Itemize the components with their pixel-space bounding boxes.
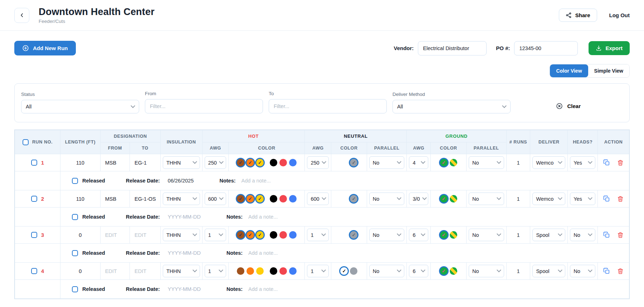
released-checkbox[interactable] — [72, 214, 78, 220]
to-cell[interactable]: EG-1 — [130, 154, 161, 171]
delete-run-button[interactable] — [617, 160, 624, 166]
from-cell[interactable]: EDIT — [100, 226, 130, 244]
neutral-awg-select[interactable]: 600 — [307, 193, 329, 205]
po-input[interactable] — [514, 41, 578, 55]
to-cell[interactable]: EDIT — [130, 263, 161, 280]
brown-color-swatch[interactable]: ✓ — [237, 231, 244, 239]
red-color-swatch[interactable] — [279, 159, 287, 166]
yellow-color-swatch[interactable]: ✓ — [256, 159, 264, 166]
vendor-input[interactable] — [418, 41, 487, 55]
from-filter-input[interactable] — [145, 99, 263, 113]
white-color-swatch[interactable] — [340, 231, 348, 239]
logout-button[interactable]: Log Out — [609, 12, 630, 18]
green-color-swatch[interactable]: ✓ — [440, 267, 448, 275]
brown-color-swatch[interactable] — [237, 267, 244, 275]
simple-view-tab[interactable]: Simple View — [588, 64, 629, 77]
orange-color-swatch[interactable] — [247, 267, 254, 275]
release-date-value[interactable]: YYYY-MM-DD — [168, 214, 201, 220]
to-filter-input[interactable] — [269, 99, 387, 113]
share-button[interactable]: Share — [559, 9, 597, 22]
ground-awg-select[interactable]: 3/0 — [409, 193, 428, 205]
green-color-swatch[interactable]: ✓ — [440, 159, 448, 166]
ground-awg-select[interactable]: 6 — [409, 229, 428, 241]
blue-color-swatch[interactable] — [289, 267, 297, 275]
release-date-value[interactable]: 06/26/2025 — [168, 178, 194, 184]
orange-color-swatch[interactable]: ✓ — [247, 231, 254, 239]
black-color-swatch[interactable] — [270, 267, 277, 275]
yellow-color-swatch[interactable]: ✓ — [256, 231, 264, 239]
status-filter-select[interactable]: All — [21, 100, 139, 113]
release-date-value[interactable]: YYYY-MM-DD — [168, 250, 201, 256]
duplicate-run-button[interactable] — [603, 232, 610, 238]
export-button[interactable]: Export — [589, 41, 630, 55]
add-new-run-button[interactable]: Add New Run — [14, 41, 76, 55]
from-cell[interactable]: EDIT — [100, 263, 130, 280]
released-checkbox[interactable] — [72, 286, 78, 292]
blue-color-swatch[interactable] — [289, 159, 297, 166]
back-button[interactable] — [14, 8, 29, 23]
blue-color-swatch[interactable] — [289, 231, 297, 239]
release-date-value[interactable]: YYYY-MM-DD — [168, 286, 201, 292]
heads-select[interactable]: Yes — [570, 156, 595, 169]
white-color-swatch[interactable]: ✓ — [340, 267, 348, 275]
black-color-swatch[interactable] — [270, 159, 277, 166]
select-all-checkbox[interactable] — [23, 139, 29, 145]
green-yellow-color-swatch[interactable] — [450, 159, 457, 166]
neutral-parallel-select[interactable]: No — [369, 229, 405, 241]
insulation-select[interactable]: THHN — [163, 156, 200, 169]
ground-parallel-select[interactable]: No — [469, 156, 504, 169]
gray-color-swatch[interactable]: ✓ — [350, 195, 357, 203]
red-color-swatch[interactable] — [279, 231, 287, 239]
insulation-select[interactable]: THHN — [163, 265, 200, 277]
color-view-tab[interactable]: Color View — [550, 64, 588, 77]
released-checkbox[interactable] — [72, 250, 78, 256]
hot-awg-select[interactable]: 1 — [205, 229, 226, 241]
from-cell[interactable]: MSB — [100, 154, 130, 171]
from-cell[interactable]: MSB — [100, 190, 130, 208]
row-checkbox[interactable] — [31, 232, 37, 238]
white-color-swatch[interactable] — [340, 195, 348, 203]
notes-input[interactable]: Add a note... — [248, 250, 278, 256]
notes-input[interactable]: Add a note... — [248, 214, 278, 220]
delete-run-button[interactable] — [617, 196, 624, 202]
ground-awg-select[interactable]: 6 — [409, 265, 428, 277]
ground-parallel-select[interactable]: No — [469, 229, 504, 241]
yellow-color-swatch[interactable] — [256, 267, 264, 275]
heads-select[interactable]: Yes — [570, 193, 595, 205]
to-cell[interactable]: EG-1-OS — [130, 190, 161, 208]
insulation-select[interactable]: THHN — [163, 193, 200, 205]
black-color-swatch[interactable] — [270, 195, 277, 203]
length-cell[interactable]: 0 — [60, 226, 101, 244]
deliver-method-filter-select[interactable]: All — [392, 100, 511, 113]
neutral-parallel-select[interactable]: No — [369, 265, 405, 277]
notes-input[interactable]: Add a note... — [248, 286, 278, 292]
hot-awg-select[interactable]: 600 — [205, 193, 226, 205]
neutral-awg-select[interactable]: 250 — [307, 156, 329, 169]
ground-parallel-select[interactable]: No — [469, 193, 504, 205]
ground-awg-select[interactable]: 4 — [409, 156, 428, 169]
heads-select[interactable]: No — [570, 265, 595, 277]
green-color-swatch[interactable]: ✓ — [440, 231, 448, 239]
duplicate-run-button[interactable] — [603, 268, 610, 274]
hot-awg-select[interactable]: 1 — [205, 265, 226, 277]
row-checkbox[interactable] — [31, 268, 37, 274]
heads-select[interactable]: No — [570, 229, 595, 241]
green-yellow-color-swatch[interactable] — [450, 267, 457, 275]
green-yellow-color-swatch[interactable] — [450, 231, 457, 239]
brown-color-swatch[interactable]: ✓ — [237, 195, 244, 203]
delete-run-button[interactable] — [617, 232, 624, 238]
gray-color-swatch[interactable]: ✓ — [350, 159, 357, 166]
duplicate-run-button[interactable] — [603, 195, 610, 202]
row-checkbox[interactable] — [31, 196, 37, 202]
blue-color-swatch[interactable] — [289, 195, 297, 203]
row-checkbox[interactable] — [31, 160, 37, 166]
length-cell[interactable]: 0 — [60, 263, 101, 280]
deliver-select[interactable]: Spool — [532, 229, 565, 241]
neutral-parallel-select[interactable]: No — [369, 156, 405, 169]
brown-color-swatch[interactable]: ✓ — [237, 159, 244, 166]
neutral-parallel-select[interactable]: No — [369, 193, 405, 205]
orange-color-swatch[interactable]: ✓ — [247, 195, 254, 203]
length-cell[interactable]: 110 — [60, 154, 101, 171]
released-checkbox[interactable] — [72, 178, 78, 184]
delete-run-button[interactable] — [617, 268, 624, 274]
